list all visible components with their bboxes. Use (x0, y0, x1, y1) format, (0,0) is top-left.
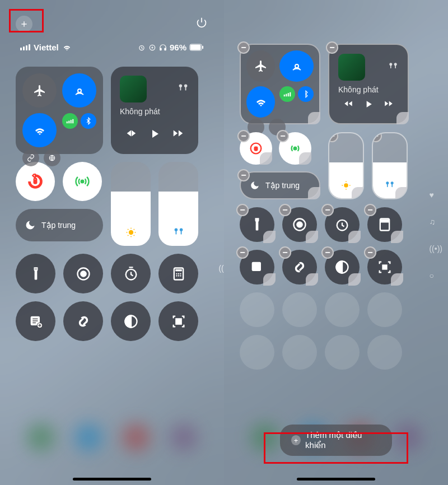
screen-record-button[interactable] (63, 254, 103, 293)
empty-slot[interactable] (325, 335, 360, 370)
home-indicator[interactable] (73, 478, 151, 481)
focus-button-edit[interactable]: − Tập trung (240, 171, 320, 199)
notes-button-edit[interactable]: − (240, 250, 274, 285)
volume-slider-edit[interactable]: − (372, 132, 408, 199)
timer-button[interactable] (111, 254, 151, 293)
resize-handle[interactable] (391, 273, 403, 286)
darkmode-button[interactable] (111, 301, 151, 341)
calculator-button[interactable] (158, 254, 198, 293)
resize-handle[interactable] (306, 273, 318, 286)
remove-badge[interactable]: − (364, 246, 376, 259)
remove-badge[interactable]: − (279, 204, 291, 216)
remove-badge[interactable]: − (372, 132, 382, 142)
resize-handle[interactable] (395, 187, 408, 199)
empty-slot[interactable] (240, 292, 274, 327)
airplane-toggle[interactable] (246, 50, 275, 82)
svg-rect-22 (180, 231, 181, 234)
svg-rect-38 (179, 319, 181, 321)
remove-badge[interactable]: − (236, 246, 249, 259)
resize-handle[interactable] (396, 112, 409, 124)
resize-handle[interactable] (263, 273, 276, 286)
flashlight-button[interactable] (16, 254, 55, 293)
music-indicator[interactable]: ♫ (429, 217, 442, 226)
remove-badge[interactable]: − (237, 41, 250, 54)
remove-badge[interactable]: − (279, 246, 291, 259)
hotspot-indicator[interactable]: ((•)) (429, 244, 442, 253)
power-icon[interactable] (195, 16, 208, 29)
dot-indicator[interactable]: ○ (429, 271, 442, 280)
next-button[interactable] (172, 127, 184, 143)
media-module-edit[interactable]: − Không phát (328, 44, 409, 124)
resize-handle[interactable] (263, 231, 276, 243)
personal-hotspot-button-edit[interactable]: − (279, 132, 311, 165)
brightness-slider-edit[interactable]: − (328, 132, 364, 199)
volume-slider[interactable] (158, 162, 198, 246)
home-indicator[interactable] (297, 478, 375, 481)
darkmode-button-edit[interactable]: − (325, 250, 360, 285)
focus-label: Tập trung (265, 181, 300, 190)
airdrop-toggle[interactable] (279, 50, 314, 82)
media-module[interactable]: Không phát (111, 67, 198, 154)
empty-slot[interactable] (282, 335, 317, 370)
resize-handle[interactable] (308, 187, 320, 199)
play-button[interactable] (148, 127, 161, 143)
left-phone-control-center: Viettel 96% (0, 0, 224, 485)
focus-button[interactable]: Tập trung (16, 209, 103, 241)
remove-badge[interactable]: − (277, 130, 289, 142)
remove-badge[interactable]: − (328, 132, 338, 142)
empty-slot[interactable] (325, 292, 360, 327)
bluetooth-toggle[interactable] (81, 113, 96, 129)
play-button[interactable] (363, 99, 374, 112)
next-button[interactable] (384, 99, 394, 112)
resize-handle[interactable] (308, 112, 320, 124)
svg-point-32 (178, 275, 179, 276)
empty-slot[interactable] (367, 292, 402, 327)
remove-badge[interactable]: − (236, 204, 249, 216)
heart-indicator[interactable]: ♥ (429, 190, 442, 199)
empty-slot[interactable] (240, 335, 274, 370)
qr-scan-button[interactable] (158, 301, 198, 341)
svg-rect-40 (179, 322, 181, 324)
resize-handle[interactable] (391, 231, 403, 243)
shazam-button[interactable] (63, 301, 103, 341)
satellite-icon[interactable] (44, 150, 60, 166)
connectivity-module[interactable] (16, 67, 103, 154)
remove-badge[interactable]: − (364, 204, 376, 216)
link-icon[interactable] (22, 150, 39, 166)
remove-badge[interactable]: − (321, 204, 334, 216)
airpods-icon[interactable] (177, 82, 189, 96)
brightness-slider[interactable] (111, 162, 151, 246)
headphones-icon (159, 44, 167, 52)
orientation-lock-button-edit[interactable]: − (240, 132, 272, 165)
empty-slot[interactable] (367, 335, 402, 370)
remove-badge[interactable]: − (237, 130, 250, 142)
resize-handle[interactable] (306, 231, 318, 243)
page-indicators[interactable]: ♥ ♫ ((•)) ○ (429, 190, 442, 280)
qr-scan-button-edit[interactable]: − (367, 250, 402, 285)
resize-handle[interactable] (348, 273, 361, 286)
airdrop-toggle[interactable] (62, 73, 96, 108)
resize-handle[interactable] (348, 231, 361, 243)
remove-badge[interactable]: − (326, 41, 338, 54)
resize-handle[interactable] (299, 152, 311, 165)
screen-record-button-edit[interactable]: − (282, 207, 317, 242)
timer-button-edit[interactable]: − (325, 207, 360, 242)
remove-badge[interactable]: − (321, 246, 334, 259)
cellular-toggle[interactable] (279, 86, 295, 102)
flashlight-button-edit[interactable]: − (240, 207, 274, 242)
bluetooth-toggle[interactable] (298, 86, 314, 102)
cellular-toggle[interactable] (62, 113, 78, 129)
calculator-button-edit[interactable]: − (367, 207, 402, 242)
previous-button[interactable] (343, 99, 353, 112)
wifi-toggle[interactable] (246, 86, 275, 118)
resize-handle[interactable] (352, 187, 364, 199)
notes-button[interactable] (16, 301, 55, 341)
shazam-button-edit[interactable]: − (282, 250, 317, 285)
empty-slot[interactable] (282, 292, 317, 327)
wifi-toggle[interactable] (22, 113, 57, 147)
resize-handle[interactable] (260, 152, 272, 165)
airplane-toggle[interactable] (22, 73, 57, 108)
remove-badge[interactable]: − (237, 169, 250, 181)
previous-button[interactable] (125, 127, 137, 143)
connectivity-module-edit[interactable]: − (240, 44, 320, 124)
